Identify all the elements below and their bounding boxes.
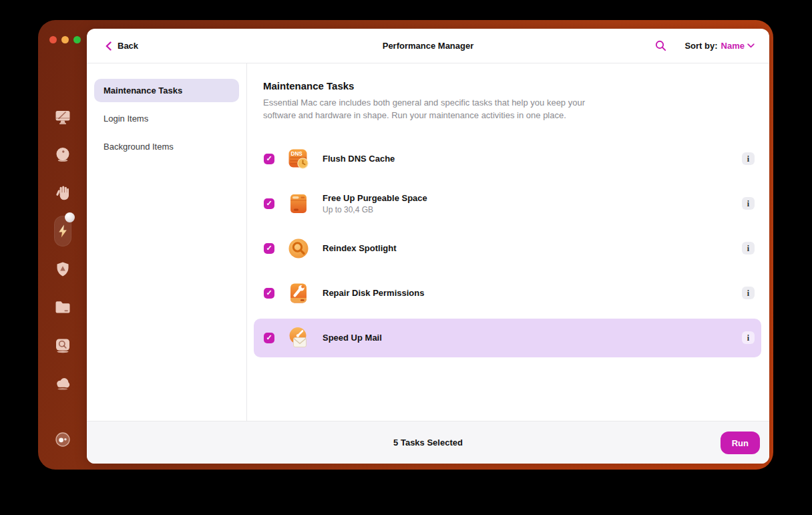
info-button[interactable]: i <box>742 287 755 299</box>
search-icon[interactable] <box>655 40 666 51</box>
content-description: Essential Mac care includes both general… <box>263 97 616 122</box>
info-button[interactable]: i <box>742 197 755 210</box>
info-icon: i <box>747 244 749 252</box>
info-icon: i <box>747 155 749 163</box>
assistant-icon[interactable] <box>54 431 71 448</box>
task-checkbox[interactable]: ✓ <box>264 243 274 254</box>
task-checkbox[interactable]: ✓ <box>264 288 274 299</box>
task-list-area: Maintenance Tasks Essential Mac care inc… <box>247 63 769 421</box>
task-label: Reindex Spotlight <box>323 243 397 253</box>
lightning-icon[interactable] <box>54 216 71 246</box>
info-button[interactable]: i <box>742 152 755 165</box>
mail-gauge-icon <box>286 326 311 350</box>
info-icon: i <box>747 289 749 297</box>
sidebar-item-background-items[interactable]: Background Items <box>94 135 239 158</box>
status-badge <box>65 212 75 222</box>
performance-manager-panel: Back Performance Manager Sort by: Name <box>87 29 769 464</box>
hard-drive-icon <box>286 192 311 216</box>
section-sidebar: Maintenance Tasks Login Items Background… <box>87 63 247 421</box>
panel-header: Back Performance Manager Sort by: Name <box>87 29 769 63</box>
task-label: Repair Disk Permissions <box>323 288 424 298</box>
task-label: Speed Up Mail <box>323 333 382 343</box>
content-heading: Maintenance Tasks <box>263 80 761 92</box>
screenshot-canvas: Back Performance Manager Sort by: Name <box>0 0 812 515</box>
check-icon: ✓ <box>266 200 272 207</box>
info-button[interactable]: i <box>742 242 755 254</box>
shield-icon[interactable] <box>54 261 71 278</box>
info-icon: i <box>747 200 749 208</box>
sort-control: Sort by: Name <box>684 41 755 51</box>
module-rail <box>38 20 87 470</box>
sidebar-item-login-items[interactable]: Login Items <box>94 107 239 130</box>
display-icon[interactable] <box>54 108 71 126</box>
check-icon: ✓ <box>266 244 272 252</box>
run-button[interactable]: Run <box>721 432 760 454</box>
hand-icon[interactable] <box>54 184 71 202</box>
magnifier-badge-icon <box>286 236 311 261</box>
check-icon: ✓ <box>266 289 272 297</box>
chevron-down-icon <box>747 43 755 48</box>
task-row-free-up-purgeable-space[interactable]: ✓ Free Up Purgeable Space <box>254 184 761 223</box>
performance-module-active[interactable] <box>54 222 71 240</box>
folder-icon[interactable] <box>54 299 71 316</box>
info-button[interactable]: i <box>742 331 755 344</box>
dns-clock-icon: DNS <box>286 147 311 171</box>
sidebar-item-maintenance-tasks[interactable]: Maintenance Tasks <box>94 79 239 102</box>
tasks-selected-status: 5 Tasks Selected <box>393 438 463 448</box>
panel-footer: 5 Tasks Selected Run <box>87 421 769 464</box>
disk-search-icon[interactable] <box>54 337 71 354</box>
wrench-drive-icon <box>286 281 311 305</box>
task-checkbox[interactable]: ✓ <box>264 198 274 209</box>
task-checkbox[interactable]: ✓ <box>264 333 274 343</box>
app-window: Back Performance Manager Sort by: Name <box>38 20 773 470</box>
task-row-flush-dns-cache[interactable]: ✓ DNS <box>254 140 761 178</box>
info-icon: i <box>747 334 749 342</box>
task-row-reindex-spotlight[interactable]: ✓ Reindex Spotlight <box>254 229 761 268</box>
check-icon: ✓ <box>266 155 272 162</box>
task-row-speed-up-mail[interactable]: ✓ Speed Up Mail <box>254 319 761 357</box>
cloud-icon[interactable] <box>54 375 71 392</box>
sort-value-dropdown[interactable]: Name <box>721 41 755 51</box>
task-subtitle: Up to 30,4 GB <box>323 205 427 214</box>
sort-by-label: Sort by: <box>684 41 717 51</box>
check-icon: ✓ <box>266 334 272 341</box>
task-label: Free Up Purgeable Space <box>323 193 427 203</box>
svg-text:DNS: DNS <box>291 150 303 156</box>
sort-value-text: Name <box>721 41 745 51</box>
task-row-repair-disk-permissions[interactable]: ✓ Repair D <box>254 274 761 313</box>
sphere-icon[interactable] <box>54 146 71 164</box>
task-label: Flush DNS Cache <box>323 154 395 164</box>
task-checkbox[interactable]: ✓ <box>264 154 274 164</box>
